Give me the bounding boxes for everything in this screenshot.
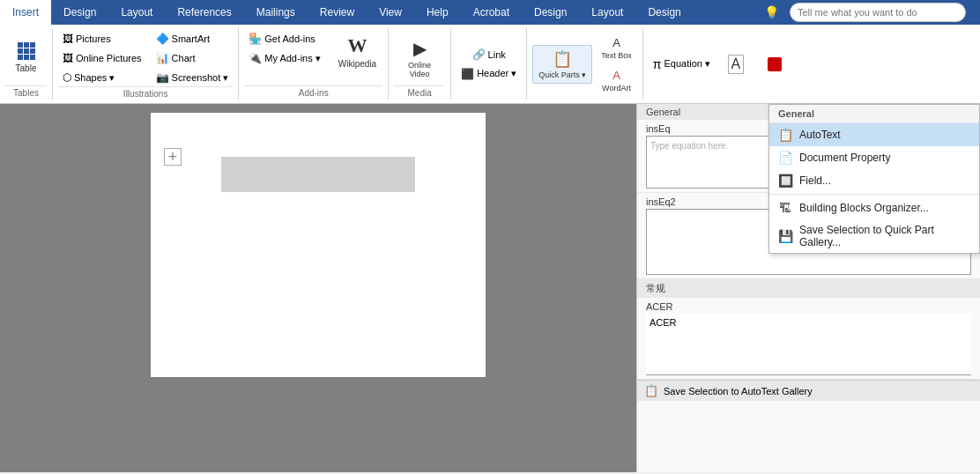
pictures-icon: 🖼 bbox=[63, 33, 73, 45]
wordart-icon: A bbox=[612, 69, 620, 82]
building-blocks-label: Building Blocks Organizer... bbox=[799, 202, 929, 214]
text-box-icon: A bbox=[612, 36, 620, 49]
save-autotext-label: Save Selection to AutoText Gallery bbox=[664, 386, 813, 396]
acer-box: ACER bbox=[646, 314, 971, 375]
tab-view[interactable]: View bbox=[367, 0, 414, 25]
chart-button[interactable]: 📊 Chart bbox=[152, 49, 234, 67]
doc-page: + bbox=[151, 113, 486, 377]
field-item[interactable]: 🔲 Field... bbox=[769, 169, 979, 192]
get-addins-label: Get Add-ins bbox=[264, 33, 315, 44]
document-property-icon: 📄 bbox=[778, 151, 792, 165]
tab-review[interactable]: Review bbox=[308, 0, 367, 25]
autotext-icon: 📋 bbox=[778, 128, 792, 142]
save-autotext-icon: 📋 bbox=[644, 384, 658, 397]
dropdown-section-label: General bbox=[769, 105, 979, 123]
tab-design[interactable]: Design bbox=[51, 0, 108, 25]
group-addins-label: Add-ins bbox=[244, 85, 382, 98]
group-illustrations: 🖼 Pictures 🖼 Online Pictures ⬡ Shapes ▾ … bbox=[53, 28, 239, 100]
link-button[interactable]: 🔗 Link bbox=[468, 46, 510, 63]
header-button[interactable]: ⬛ Header ▾ bbox=[457, 65, 521, 83]
equation-label: Equation ▾ bbox=[664, 58, 709, 70]
group-text: 📋 Quick Parts ▾ A Text Box A WordArt bbox=[527, 28, 643, 100]
group-media: ▶ Online Video Media bbox=[389, 28, 451, 100]
autotext-label: AutoText bbox=[799, 129, 841, 141]
save-selection-item[interactable]: 💾 Save Selection to Quick Part Gallery..… bbox=[769, 219, 979, 253]
group-links: 🔗 Link ⬛ Header ▾ bbox=[451, 28, 527, 100]
my-addins-button[interactable]: 🔌 My Add-ins ▾ bbox=[244, 49, 324, 67]
wordart-button[interactable]: A WordArt bbox=[596, 65, 637, 96]
tab-layout[interactable]: Layout bbox=[108, 0, 165, 25]
shapes-label: Shapes ▾ bbox=[74, 72, 115, 84]
header-icon: ⬛ bbox=[461, 68, 474, 80]
link-label: Link bbox=[488, 49, 506, 60]
quick-parts-label: Quick Parts ▾ bbox=[538, 70, 586, 79]
red-symbol-icon bbox=[768, 57, 782, 71]
symbol-aa-button[interactable]: A bbox=[718, 51, 754, 78]
add-content-icon[interactable]: + bbox=[164, 148, 182, 166]
shapes-icon: ⬡ bbox=[63, 71, 71, 84]
online-video-icon: ▶ bbox=[413, 38, 427, 59]
chart-icon: 📊 bbox=[156, 52, 169, 64]
acer-title: ACER bbox=[646, 301, 971, 312]
wikipedia-button[interactable]: W Wikipedia bbox=[332, 30, 382, 73]
aa-icon: A bbox=[728, 55, 745, 74]
text-box-button[interactable]: A Text Box bbox=[596, 33, 637, 63]
autotext-item[interactable]: 📋 AutoText bbox=[769, 123, 979, 146]
screenshot-button[interactable]: 📷 Screenshot ▾ bbox=[152, 69, 234, 86]
symbol-red-button[interactable] bbox=[757, 54, 792, 75]
content-area: + General insEq Type equation here. (1) … bbox=[0, 104, 980, 472]
field-icon: 🔲 bbox=[778, 174, 792, 188]
online-video-button[interactable]: ▶ Online Video bbox=[394, 33, 445, 83]
online-pictures-button[interactable]: 🖼 Online Pictures bbox=[58, 49, 146, 67]
group-tables: Table Tables bbox=[0, 28, 53, 100]
table-label: Table bbox=[16, 63, 37, 73]
link-icon: 🔗 bbox=[472, 48, 486, 61]
online-pictures-label: Online Pictures bbox=[76, 53, 142, 63]
document-property-item[interactable]: 📄 Document Property bbox=[769, 146, 979, 169]
tell-me-input[interactable] bbox=[798, 7, 939, 18]
field-label: Field... bbox=[799, 174, 831, 187]
ribbon-bar: Table Tables 🖼 Pictures 🖼 Online Picture… bbox=[0, 25, 980, 104]
group-tables-label: Tables bbox=[5, 85, 47, 98]
acer-content: ACER bbox=[650, 317, 677, 328]
wikipedia-label: Wikipedia bbox=[338, 59, 376, 69]
tab-mailings[interactable]: Mailings bbox=[244, 0, 308, 25]
smartart-button[interactable]: 🔷 SmartArt bbox=[152, 30, 234, 48]
get-addins-button[interactable]: 🏪 Get Add-ins bbox=[244, 30, 324, 48]
pictures-button[interactable]: 🖼 Pictures bbox=[58, 30, 146, 48]
chart-label: Chart bbox=[172, 53, 196, 63]
tab-design3[interactable]: Design bbox=[635, 0, 693, 25]
eq-group-normal: 常规 bbox=[637, 279, 980, 298]
quick-parts-icon: 📋 bbox=[553, 49, 572, 69]
building-blocks-icon: 🏗 bbox=[778, 201, 792, 215]
table-icon bbox=[18, 42, 35, 60]
tab-references[interactable]: References bbox=[165, 0, 243, 25]
pictures-label: Pictures bbox=[76, 33, 111, 44]
tab-help[interactable]: Help bbox=[414, 0, 461, 25]
screenshot-icon: 📷 bbox=[156, 71, 169, 84]
save-autotext-bar[interactable]: 📋 Save Selection to AutoText Gallery bbox=[637, 380, 980, 401]
group-illustrations-label: Illustrations bbox=[58, 86, 233, 99]
table-button[interactable]: Table bbox=[7, 38, 46, 78]
doc-table-placeholder bbox=[221, 157, 415, 192]
eq1-placeholder: Type equation here. bbox=[650, 141, 728, 151]
tab-layout2[interactable]: Layout bbox=[579, 0, 635, 25]
tab-design2[interactable]: Design bbox=[522, 0, 579, 25]
group-symbols: π Equation ▾ A bbox=[643, 28, 798, 100]
equation-button[interactable]: π Equation ▾ bbox=[649, 55, 715, 74]
header-label: Header ▾ bbox=[477, 68, 516, 79]
smartart-icon: 🔷 bbox=[156, 33, 169, 45]
online-video-label: Online Video bbox=[400, 61, 439, 78]
shapes-button[interactable]: ⬡ Shapes ▾ bbox=[58, 69, 146, 86]
pi-icon: π bbox=[653, 57, 662, 71]
tab-insert[interactable]: Insert bbox=[0, 0, 51, 25]
tab-acrobat[interactable]: Acrobat bbox=[461, 0, 522, 25]
group-addins: 🏪 Get Add-ins 🔌 My Add-ins ▾ W Wikipedia… bbox=[239, 28, 389, 100]
ribbon-tabs: Insert Design Layout References Mailings… bbox=[0, 0, 980, 25]
lightbulb-icon: 💡 bbox=[764, 5, 779, 19]
tell-me-box[interactable] bbox=[790, 3, 966, 22]
store-icon: 🏪 bbox=[249, 33, 262, 45]
quick-parts-button[interactable]: 📋 Quick Parts ▾ bbox=[532, 45, 592, 84]
acer-item: ACER ACER bbox=[637, 298, 980, 380]
building-blocks-item[interactable]: 🏗 Building Blocks Organizer... bbox=[769, 196, 979, 219]
